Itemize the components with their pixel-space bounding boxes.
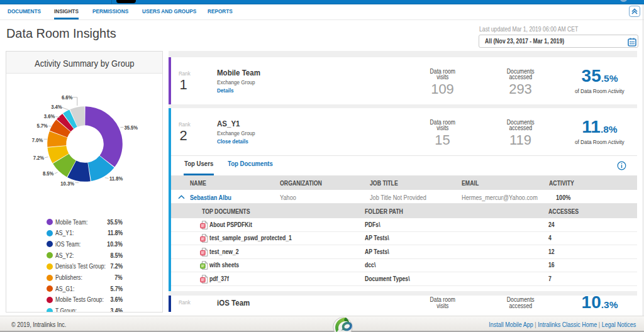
svg-text:5.7%: 5.7%: [36, 123, 48, 130]
svg-text:7.0%: 7.0%: [32, 136, 43, 143]
svg-text:35.5%: 35.5%: [125, 124, 138, 131]
svg-text:10.3%: 10.3%: [60, 180, 74, 187]
svg-text:8.5%: 8.5%: [43, 170, 54, 177]
svg-text:11.8%: 11.8%: [109, 175, 123, 182]
svg-text:3.4%: 3.4%: [51, 103, 62, 110]
svg-text:6.6%: 6.6%: [62, 94, 73, 101]
svg-text:7.2%: 7.2%: [33, 155, 45, 162]
svg-text:3.6%: 3.6%: [44, 113, 55, 120]
